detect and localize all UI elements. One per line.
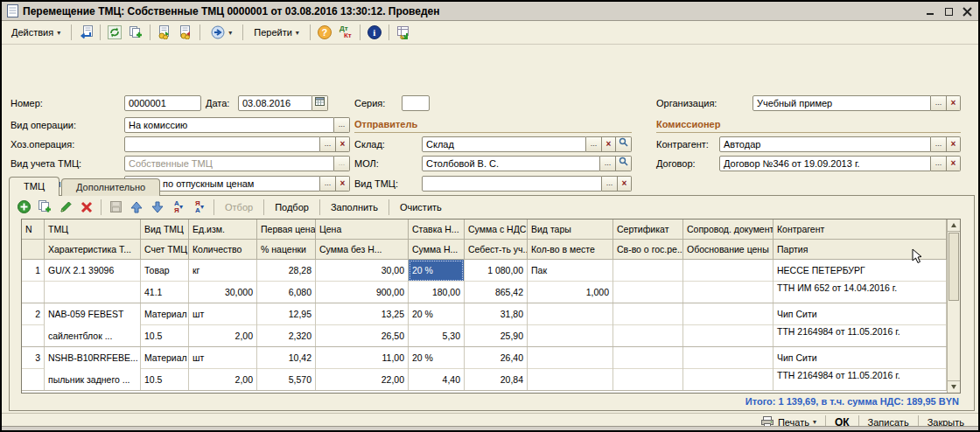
title-bar[interactable]: Перемещение ТМЦ: Собственные ТМЦ 0000001… bbox=[2, 2, 978, 21]
select-button[interactable]: ... bbox=[586, 136, 602, 152]
grid-cell[interactable]: 11,00 bbox=[316, 347, 408, 369]
grid-cell[interactable] bbox=[528, 325, 612, 346]
fill-button[interactable]: Заполнить bbox=[325, 200, 384, 214]
grid-header-cell[interactable]: Первая цена bbox=[257, 219, 316, 240]
calendar-button[interactable]: = bbox=[312, 95, 328, 111]
clear-button[interactable]: × bbox=[947, 95, 961, 111]
grid-cell[interactable]: 41.1 bbox=[141, 282, 188, 303]
grid-cell[interactable] bbox=[683, 325, 773, 346]
vertical-scrollbar[interactable] bbox=[947, 219, 960, 393]
grid-header-cell[interactable]: ТМЦ bbox=[45, 219, 141, 240]
select-button[interactable]: ... bbox=[931, 95, 947, 111]
grid-cell[interactable]: Материал bbox=[141, 303, 188, 325]
warehouse-field[interactable]: Склад ... × bbox=[422, 136, 632, 152]
grid-cell[interactable]: NSHB-B10RRFEBE... bbox=[45, 347, 140, 369]
grid-cell[interactable] bbox=[613, 303, 682, 325]
close-icon[interactable] bbox=[961, 6, 973, 17]
scroll-up-button[interactable] bbox=[948, 219, 960, 232]
grid-cell[interactable]: Чип Сити bbox=[774, 303, 946, 325]
clear-button[interactable]: × bbox=[618, 176, 632, 192]
tab-additional[interactable]: Дополнительно bbox=[61, 178, 160, 196]
grid-header-cell[interactable]: Цена bbox=[316, 219, 409, 240]
grid-cell[interactable]: 12,95 bbox=[257, 303, 315, 325]
edit-row-button[interactable] bbox=[56, 198, 75, 217]
grid-cell[interactable]: 30,00 bbox=[316, 260, 408, 282]
grid-cell[interactable]: 30,000 bbox=[189, 282, 256, 303]
copy-row-button[interactable] bbox=[35, 198, 54, 217]
grid-row[interactable]: 1GU/X 2.1 39096Товар41.1кг30,00028,286,0… bbox=[22, 260, 960, 303]
grid-cell[interactable] bbox=[528, 347, 612, 369]
tab-tmc[interactable]: ТМЦ bbox=[9, 177, 60, 196]
grid-cell[interactable]: 3 bbox=[22, 347, 44, 369]
grid-cell[interactable]: 1,000 bbox=[528, 282, 612, 303]
grid-header-cell[interactable]: Обоснование цены bbox=[683, 240, 774, 260]
grid-header-cell[interactable]: Сертификат bbox=[613, 219, 683, 240]
select-button[interactable]: ... bbox=[931, 136, 947, 152]
grid-header-cell[interactable] bbox=[22, 240, 45, 260]
grid-cell[interactable]: 20 % bbox=[409, 347, 464, 369]
clear-button[interactable]: × bbox=[602, 136, 616, 152]
grid-header-cell[interactable]: Вид тары bbox=[528, 219, 613, 240]
grid-cell[interactable]: 2,320 bbox=[257, 325, 315, 346]
counterparty-field[interactable]: Автодар ... × bbox=[719, 136, 961, 152]
forward-button[interactable]: ▾ bbox=[205, 22, 238, 43]
number-field[interactable]: 0000001 bbox=[124, 95, 201, 111]
copy-button[interactable] bbox=[126, 23, 145, 42]
grid-header-cell[interactable]: Характеристика Т... bbox=[45, 240, 141, 260]
grid-cell[interactable]: ТТН ИМ 652 от 14.04.2016 г. bbox=[774, 282, 946, 303]
grid-header-cell[interactable]: % наценки bbox=[257, 240, 316, 260]
maximize-icon[interactable] bbox=[942, 6, 955, 17]
grid-cell[interactable]: 2 bbox=[22, 303, 44, 325]
grid-cell[interactable] bbox=[683, 260, 773, 282]
grid-cell[interactable]: 20,84 bbox=[465, 369, 527, 390]
grid-cell[interactable] bbox=[22, 325, 44, 346]
grid-cell[interactable] bbox=[613, 260, 682, 282]
select-button[interactable]: ... bbox=[602, 176, 618, 192]
grid-cell[interactable]: 25,90 bbox=[465, 325, 527, 346]
dtkt-button[interactable]: ДтКт bbox=[336, 23, 355, 42]
scrollbar-thumb[interactable] bbox=[948, 233, 959, 301]
select-button[interactable]: ... bbox=[320, 136, 336, 152]
grid-cell[interactable]: 180,00 bbox=[409, 282, 464, 303]
add-row-button[interactable] bbox=[14, 198, 33, 217]
grid-cell[interactable] bbox=[683, 282, 773, 303]
grid-cell[interactable]: 4,40 bbox=[409, 369, 464, 390]
grid-cell[interactable]: 5,570 bbox=[257, 369, 315, 390]
grid-cell[interactable] bbox=[22, 282, 44, 303]
grid-cell[interactable]: Товар bbox=[141, 260, 188, 282]
move-down-button[interactable] bbox=[148, 198, 167, 217]
grid-cell[interactable]: 26,40 bbox=[465, 347, 527, 369]
grid-header-cell[interactable]: Сопровод. документы bbox=[683, 219, 774, 240]
delete-row-button[interactable] bbox=[77, 198, 96, 217]
select-button[interactable]: ... bbox=[320, 176, 336, 192]
grid-cell[interactable]: 20 % bbox=[409, 260, 464, 282]
grid-cell[interactable]: 20 % bbox=[409, 303, 464, 325]
grid-cell[interactable]: шт bbox=[189, 347, 256, 369]
unpost-button[interactable] bbox=[176, 23, 195, 42]
grid-cell[interactable]: сайлентблок ... bbox=[45, 325, 140, 346]
grid-cell[interactable]: 13,25 bbox=[316, 303, 408, 325]
sort-desc-button[interactable]: ЯА ▾ bbox=[190, 198, 209, 217]
grid-header-cell[interactable]: Ставка Н... bbox=[409, 219, 465, 240]
clear-button[interactable]: × bbox=[336, 136, 350, 152]
grid-cell[interactable] bbox=[613, 325, 682, 346]
grid-header-cell[interactable]: Количество bbox=[189, 240, 257, 260]
grid-cell[interactable]: 2,00 bbox=[189, 325, 256, 346]
grid-row[interactable]: 3NSHB-B10RRFEBE...пыльник заднего ...Мат… bbox=[22, 347, 960, 391]
grid-cell[interactable] bbox=[683, 347, 773, 369]
grid-cell[interactable]: Материал bbox=[141, 347, 188, 369]
reread-button[interactable] bbox=[76, 23, 95, 42]
refresh-button[interactable] bbox=[105, 23, 124, 42]
help-button[interactable]: ? bbox=[315, 23, 334, 42]
grid-header-cell[interactable]: Себест-ть уч... bbox=[465, 240, 528, 260]
tmc-kind-field[interactable]: ... × bbox=[422, 176, 632, 192]
grid-cell[interactable]: Чип Сити bbox=[774, 347, 946, 369]
open-button[interactable] bbox=[616, 136, 632, 152]
organization-field[interactable]: Учебный пример ... × bbox=[752, 95, 961, 111]
grid-cell[interactable]: NAB-059 FEBEST bbox=[45, 303, 140, 325]
grid-cell[interactable] bbox=[613, 347, 682, 369]
grid-cell[interactable]: шт bbox=[189, 303, 256, 325]
grid-header-cell[interactable]: Ед.изм. bbox=[189, 219, 257, 240]
grid-cell[interactable]: Пак bbox=[528, 260, 612, 282]
grid-cell[interactable]: кг bbox=[189, 260, 256, 282]
